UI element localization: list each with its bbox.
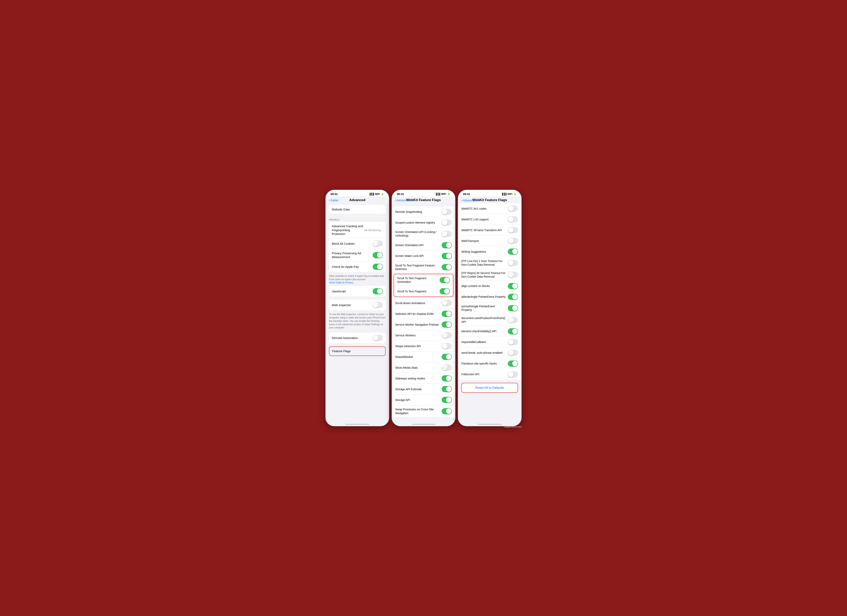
flag-row-azimuth-angle[interactable]: azimuthAngle PointerEvent Property — [458, 302, 521, 314]
web-inspector-toggle[interactable] — [373, 302, 383, 308]
flag-row-sideways-writing[interactable]: Sideways writing modes — [392, 373, 455, 384]
flag-row-align-content[interactable]: align-content on blocks — [458, 281, 521, 292]
toggle-remote-snapshotting[interactable] — [442, 209, 452, 215]
flag-row-scroll-fragment[interactable]: Scroll To Text Fragment — [394, 286, 453, 296]
flag-row-swap-processes[interactable]: Swap Processes on Cross-Site Navigation — [392, 405, 455, 417]
about-safari-link[interactable]: About Safari & Privacy... — [329, 281, 355, 284]
back-button-3[interactable]: ‹ Advanced — [461, 198, 476, 202]
toggle-screen-orientation[interactable] — [442, 242, 452, 248]
toggle-sideways-writing[interactable] — [442, 375, 452, 382]
flag-row-request-idle[interactable]: requestIdleCallback — [458, 337, 521, 348]
toggle-azimuth-angle[interactable] — [508, 305, 518, 311]
toggle-scroll-animations[interactable] — [442, 300, 452, 306]
javascript-row[interactable]: JavaScript — [329, 286, 386, 296]
flag-row-show-media-stats[interactable]: Show Media Stats — [392, 362, 455, 373]
toggle-word-break[interactable] — [508, 350, 518, 356]
flag-label-azimuth-angle: azimuthAngle PointerEvent Property — [461, 305, 508, 312]
toggle-service-workers[interactable] — [442, 332, 452, 338]
toggle-swap-processes[interactable] — [442, 408, 452, 414]
flag-label-passkeys: Passkeys site-specific hacks — [461, 362, 508, 365]
flag-row-screen-orientation-locking[interactable]: Screen Orientation API (Locking / Unlock… — [392, 228, 455, 240]
toggle-storage-api[interactable] — [442, 397, 452, 403]
toggle-screen-wake[interactable] — [442, 253, 452, 259]
toggle-itp-repro[interactable] — [508, 272, 518, 278]
ad-measurement-label: Privacy Preserving Ad Measurement — [332, 251, 373, 259]
web-inspector-row[interactable]: Web Inspector — [329, 300, 386, 310]
flag-row-screen-wake[interactable]: Screen Wake Lock API — [392, 251, 455, 261]
flag-row-itp-liveon[interactable]: [ITP Live-On] 1 Hour Timeout For Non-Coo… — [458, 257, 521, 269]
flag-row-shape-detection[interactable]: Shape Detection API — [392, 341, 455, 352]
toggle-align-content[interactable] — [508, 283, 518, 289]
website-data-row[interactable]: Website Data › — [329, 205, 386, 214]
remote-automation-group: Remote Automation — [329, 333, 386, 343]
flag-row-service-worker-nav[interactable]: Service Worker Navigation Preload — [392, 319, 455, 330]
toggle-writing-suggestions[interactable] — [508, 249, 518, 255]
block-cookies-row[interactable]: Block All Cookies — [329, 238, 386, 249]
flag-row-service-workers[interactable]: Service Workers — [392, 330, 455, 341]
tracking-protection-row[interactable]: Advanced Tracking and Fingerprinting Pro… — [329, 222, 386, 238]
flag-row-webrtc-sframe[interactable]: WebRTC SFrame Transform API — [458, 225, 521, 236]
toggle-scroll-fragment[interactable] — [440, 288, 450, 294]
signal-icon-3: ▐▐▐ — [501, 193, 506, 196]
flag-row-storage-api[interactable]: Storage API — [392, 395, 455, 405]
nav-title-2: WebKit Feature Flags — [406, 198, 441, 202]
flag-row-scroll-feature-detection[interactable]: Scroll To Text Fragment Feature Detectio… — [392, 261, 455, 273]
toggle-storage-api-estimate[interactable] — [442, 386, 452, 392]
javascript-toggle[interactable] — [373, 288, 383, 294]
flag-row-word-break[interactable]: word-break: auto-phrase enabled — [458, 348, 521, 358]
toggle-passkeys[interactable] — [508, 361, 518, 367]
flag-row-webtransport[interactable]: WebTransport — [458, 236, 521, 246]
toggle-show-media-stats[interactable] — [442, 364, 452, 371]
toggle-screen-orientation-locking[interactable] — [442, 231, 452, 237]
flag-row-shared-worker[interactable]: SharedWorker — [392, 352, 455, 362]
flag-row-scoped-custom[interactable]: Scoped custom element registry — [392, 217, 455, 228]
tracking-value: All Browsing — [364, 228, 381, 232]
flag-row-itp-repro[interactable]: [ITP Repro] 30 Second Timeout For Non-Co… — [458, 269, 521, 281]
toggle-webtransport[interactable] — [508, 238, 518, 244]
ad-measurement-toggle[interactable] — [373, 252, 383, 258]
toggle-service-worker-nav[interactable] — [442, 321, 452, 328]
back-label-1: Safari — [331, 199, 338, 202]
toggle-scoped-custom[interactable] — [442, 220, 452, 225]
back-button-2[interactable]: ‹ Advanced — [395, 198, 410, 202]
toggle-webrtc-l4s[interactable] — [508, 216, 518, 223]
toggle-fullscreen[interactable] — [508, 371, 518, 377]
apple-pay-toggle[interactable] — [373, 264, 383, 270]
block-cookies-toggle[interactable] — [373, 240, 383, 247]
toggle-webrtc-av1[interactable] — [508, 205, 518, 212]
toggle-shape-detection[interactable] — [442, 343, 452, 349]
toggle-scroll-feature-detection[interactable] — [442, 264, 452, 270]
flag-row-screen-orientation[interactable]: Screen Orientation API — [392, 240, 455, 251]
flag-row-caret-position[interactable]: document.caretPositionFromPoint() API — [458, 314, 521, 326]
toggle-scroll-generation[interactable] — [440, 277, 450, 283]
back-button-1[interactable]: ‹ Safari — [329, 198, 338, 202]
reset-button[interactable]: Reset All to Defaults — [462, 383, 518, 392]
flag-row-selection-api[interactable]: Selection API for shadow DOM — [392, 308, 455, 319]
remote-automation-row[interactable]: Remote Automation — [329, 333, 386, 343]
toggle-itp-liveon[interactable] — [508, 260, 518, 266]
flag-row-webrtc-av1[interactable]: WebRTC AV1 codec — [458, 203, 521, 214]
phone2-content: Remote Snapshotting Scoped custom elemen… — [392, 203, 455, 421]
flag-row-webrtc-l4s[interactable]: WebRTC L4S support — [458, 214, 521, 225]
ad-measurement-row[interactable]: Privacy Preserving Ad Measurement — [329, 249, 386, 261]
toggle-caret-position[interactable] — [508, 317, 518, 323]
flag-row-altitude-angle[interactable]: altitudeAngle PointerEvent Property — [458, 292, 521, 302]
remote-automation-toggle[interactable] — [373, 335, 383, 341]
flag-row-storage-api-estimate[interactable]: Storage API Estimate — [392, 384, 455, 395]
flag-row-check-visibility[interactable]: element.checkVisibility() API — [458, 326, 521, 337]
feature-flags-row[interactable]: Feature Flags › — [329, 347, 385, 355]
flag-row-writing-suggestions[interactable]: Writing Suggestions — [458, 246, 521, 257]
toggle-selection-api[interactable] — [442, 311, 452, 317]
toggle-webrtc-sframe[interactable] — [508, 227, 518, 233]
chevron-back-icon: ‹ — [329, 198, 330, 202]
flag-row-fullscreen[interactable]: Fullscreen API — [458, 369, 521, 380]
toggle-altitude-angle[interactable] — [508, 294, 518, 300]
flag-row-remote-snapshotting[interactable]: Remote Snapshotting — [392, 206, 455, 217]
apple-pay-row[interactable]: Check for Apple Pay — [329, 261, 386, 272]
toggle-check-visibility[interactable] — [508, 328, 518, 335]
flag-row-scroll-generation[interactable]: Scroll To Text Fragment Generation — [394, 274, 453, 286]
flag-row-scroll-animations[interactable]: Scroll-driven Animations — [392, 298, 455, 308]
flag-row-passkeys[interactable]: Passkeys site-specific hacks — [458, 358, 521, 369]
toggle-request-idle[interactable] — [508, 339, 518, 345]
toggle-shared-worker[interactable] — [442, 354, 452, 360]
